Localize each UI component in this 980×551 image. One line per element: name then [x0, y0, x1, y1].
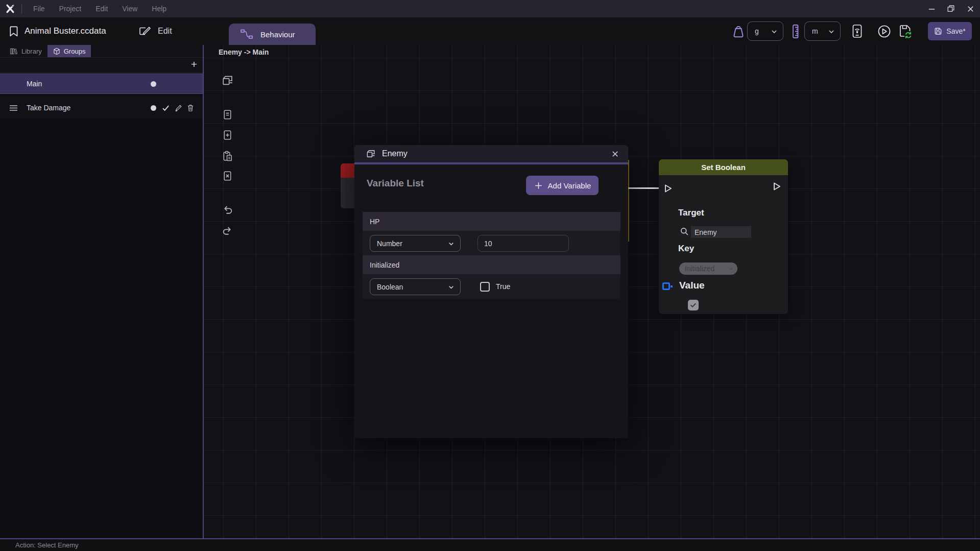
play-button[interactable]	[877, 25, 891, 38]
variable-editor-row: Boolean True	[363, 274, 620, 299]
close-window-button[interactable]	[961, 0, 980, 17]
variable-name: Initialized	[370, 261, 399, 269]
save-floppy-icon	[934, 27, 942, 35]
group-label: Main	[27, 80, 42, 88]
target-label: Target	[678, 208, 704, 218]
variable-value-input[interactable]	[477, 235, 569, 252]
delete-trash-icon[interactable]	[187, 97, 194, 119]
value-port-blue-icon[interactable]	[662, 282, 670, 290]
breadcrumb: Enemy -> Main	[219, 48, 269, 56]
file-bookmark-icon	[8, 26, 19, 38]
close-icon	[611, 150, 619, 158]
add-variable-button[interactable]: Add Variable	[526, 176, 599, 195]
minimize-button[interactable]	[922, 0, 941, 17]
group-row-take-damage[interactable]: Take Damage	[0, 97, 203, 119]
statusbar: Action: Select Enemy	[0, 538, 980, 551]
variable-editor-row: Number	[363, 231, 620, 255]
target-search-field[interactable]: Enemy	[691, 226, 751, 238]
red-node-header	[341, 163, 354, 178]
menu-edit[interactable]: Edit	[88, 0, 115, 17]
variable-list: HP Number Initialized Boolean True	[363, 212, 620, 299]
menu-view[interactable]: View	[115, 0, 145, 17]
ruler-icon	[791, 24, 800, 39]
hidden-red-node[interactable]	[341, 163, 354, 208]
modal-header: Enemy	[354, 145, 628, 162]
save-sync-button[interactable]	[898, 24, 914, 39]
paste-tool-button[interactable]	[221, 149, 234, 162]
variable-type-dropdown[interactable]: Number	[370, 235, 461, 252]
menu-help[interactable]: Help	[145, 0, 174, 17]
exec-out-port[interactable]	[773, 182, 781, 191]
group-box-icon	[366, 149, 376, 159]
redo-icon	[221, 225, 234, 237]
groups-cube-icon	[53, 47, 60, 55]
menu-project[interactable]: Project	[52, 0, 89, 17]
target-value: Enemy	[695, 228, 717, 236]
new-document-tool-button[interactable]	[221, 128, 234, 141]
titlebar: File Project Edit View Help	[0, 0, 980, 17]
key-label: Key	[678, 244, 694, 254]
project-file-name: Animal Buster.ccdata	[25, 17, 106, 45]
chevron-down-icon	[827, 28, 835, 36]
value-checkbox-checked[interactable]	[688, 300, 699, 310]
add-group-button[interactable]: +	[191, 58, 197, 70]
search-icon	[680, 227, 689, 236]
undo-button[interactable]	[221, 203, 234, 217]
menu-file[interactable]: File	[26, 0, 52, 17]
add-variable-label: Add Variable	[548, 181, 591, 190]
edit-button[interactable]: Edit	[138, 17, 172, 45]
clipboard-paste-icon	[222, 150, 233, 162]
tab-behaviour[interactable]: Behaviour	[229, 23, 316, 45]
exec-in-port[interactable]	[664, 184, 673, 193]
plus-icon	[534, 181, 543, 190]
library-books-icon	[10, 47, 18, 55]
group-status-dot-icon	[151, 74, 156, 93]
rename-pencil-icon[interactable]	[175, 97, 182, 119]
variable-name-row[interactable]: HP	[363, 212, 620, 231]
tab-library-label: Library	[21, 47, 42, 55]
variable-type-dropdown[interactable]: Boolean	[370, 278, 461, 295]
redo-button[interactable]	[221, 224, 234, 237]
confirm-check-icon[interactable]	[162, 97, 170, 119]
group-label: Take Damage	[27, 104, 70, 112]
save-button[interactable]: Save*	[928, 22, 972, 40]
undo-icon	[221, 204, 234, 217]
set-boolean-node-header[interactable]: Set Boolean	[659, 159, 788, 175]
restore-button[interactable]	[941, 0, 961, 17]
edit-icon	[138, 25, 151, 37]
tab-library[interactable]: Library	[4, 45, 47, 57]
group-box-icon	[221, 74, 234, 87]
minimize-icon	[928, 5, 936, 13]
value-label: Value	[679, 280, 705, 291]
check-icon	[690, 302, 697, 308]
modal-title: Enemy	[382, 149, 408, 158]
chevron-down-icon	[770, 28, 778, 36]
variable-bool-checkbox-unchecked[interactable]	[480, 282, 490, 292]
chevron-down-icon	[728, 266, 734, 272]
node-title: Set Boolean	[701, 163, 746, 172]
length-unit-dropdown[interactable]: m	[804, 21, 841, 41]
preview-device-button[interactable]	[851, 24, 864, 38]
add-document-icon	[222, 129, 233, 141]
drag-handle-icon[interactable]	[9, 97, 18, 119]
sidebar: Library Groups + Main Take Damage	[0, 45, 204, 538]
titlebar-separator	[21, 4, 22, 13]
variable-name: HP	[370, 218, 379, 226]
group-row-main[interactable]: Main	[0, 74, 203, 94]
tab-groups[interactable]: Groups	[47, 45, 91, 57]
group-list-header: +	[0, 58, 203, 73]
variable-name-row[interactable]: Initialized	[363, 255, 620, 274]
copy-tool-button[interactable]	[221, 108, 234, 121]
group-status-dot-icon	[151, 97, 156, 119]
exec-out-triangle-icon	[773, 182, 781, 191]
delete-node-tool-button[interactable]	[221, 169, 234, 182]
status-text: Action: Select Enemy	[15, 541, 79, 549]
key-dropdown[interactable]: Initialized	[679, 262, 737, 275]
modal-body: Variable List Add Variable HP Number Ini…	[354, 164, 628, 438]
save-label: Save*	[946, 27, 965, 35]
modal-close-button[interactable]	[611, 150, 619, 158]
group-node-tool-button[interactable]	[221, 74, 234, 87]
weight-unit-dropdown[interactable]: g	[747, 21, 783, 41]
variable-list-title: Variable List	[367, 178, 424, 189]
restore-icon	[947, 5, 955, 13]
